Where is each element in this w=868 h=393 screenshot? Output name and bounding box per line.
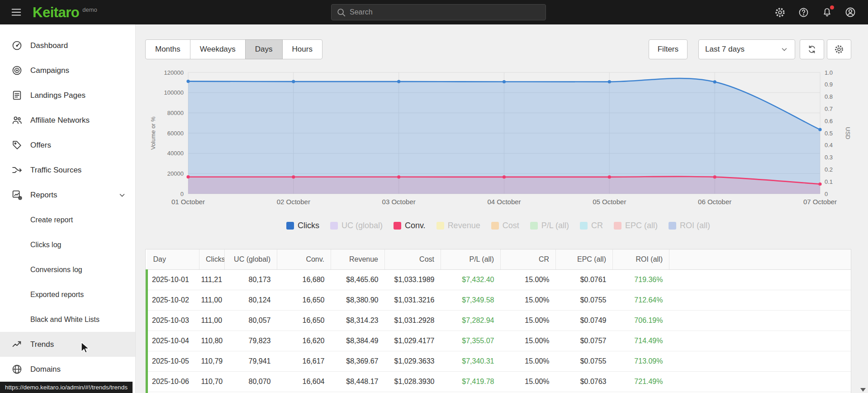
column-header-conv[interactable]: Conv. bbox=[277, 249, 331, 269]
legend-item-cr[interactable]: CR bbox=[580, 221, 603, 230]
topbar: Keitaro demo bbox=[0, 0, 868, 24]
svg-text:07 October: 07 October bbox=[803, 198, 837, 206]
help-icon[interactable] bbox=[797, 6, 809, 18]
column-header-clicks[interactable]: Clicks bbox=[199, 249, 225, 269]
svg-text:02 October: 02 October bbox=[277, 198, 310, 206]
legend-label: CR bbox=[591, 221, 603, 230]
sidebar-item-label: Black and White Lists bbox=[30, 316, 100, 324]
legend-item-roi-all[interactable]: ROI (all) bbox=[669, 221, 710, 230]
sidebar-item-trends[interactable]: Trends bbox=[0, 332, 135, 357]
sidebar-item-reports[interactable]: Reports bbox=[0, 182, 135, 207]
svg-text:01 October: 01 October bbox=[171, 198, 205, 206]
logo[interactable]: Keitaro demo bbox=[33, 5, 97, 19]
legend-item-cost[interactable]: Cost bbox=[491, 221, 519, 230]
cell-day: 2025-10-03 bbox=[147, 310, 199, 331]
date-range-select[interactable]: Last 7 days bbox=[698, 39, 795, 59]
column-header-uc-global[interactable]: UC (global) bbox=[225, 249, 277, 269]
sidebar-item-label: Domains bbox=[30, 365, 61, 374]
tab-days[interactable]: Days bbox=[245, 39, 283, 59]
search-input[interactable] bbox=[331, 4, 546, 20]
notification-dot bbox=[830, 5, 834, 10]
menu-icon[interactable] bbox=[9, 5, 24, 19]
cell-roi-all: 706.19% bbox=[613, 310, 669, 331]
legend-label: Clicks bbox=[298, 221, 319, 230]
target-icon bbox=[11, 65, 23, 77]
legend-swatch bbox=[669, 222, 676, 230]
cell-cr: 15.00% bbox=[501, 371, 556, 392]
status-url-tooltip: https://demo.keitaro.io/admin/#!/trends/… bbox=[0, 382, 133, 393]
sidebar-item-label: Trends bbox=[30, 340, 54, 349]
refresh-button[interactable] bbox=[800, 39, 824, 59]
sidebar-item-black-and-white-lists[interactable]: Black and White Lists bbox=[0, 307, 135, 332]
sidebar-item-label: Exported reports bbox=[30, 291, 84, 299]
sidebar-item-affiliate-networks[interactable]: Affiliate Networks bbox=[0, 108, 135, 133]
column-header-p-l-all[interactable]: P/L (all) bbox=[441, 249, 501, 269]
cell-p-l-all: $7,355.07 bbox=[441, 331, 501, 351]
sidebar-item-clicks-log[interactable]: Clicks log bbox=[0, 232, 135, 257]
legend-item-revenue[interactable]: Revenue bbox=[436, 221, 480, 230]
trends-chart[interactable]: 02000040000600008000010000012000000.10.2… bbox=[145, 69, 851, 211]
column-header-cost[interactable]: Cost bbox=[385, 249, 441, 269]
cell-revenue: $8,465.60 bbox=[331, 269, 385, 290]
table-row[interactable]: 2025-10-04110,8079,82316,620$8,384.49$1,… bbox=[147, 331, 851, 351]
sidebar-item-landings-pages[interactable]: Landings Pages bbox=[0, 83, 135, 108]
column-header-epc-all[interactable]: EPC (all) bbox=[556, 249, 613, 269]
table-row[interactable]: 2025-10-05110,7979,94116,617$8,369.67$1,… bbox=[147, 351, 851, 371]
table-row[interactable]: 2025-10-06110,7080,07016,604$8,448.17$1,… bbox=[147, 371, 851, 392]
legend-item-clicks[interactable]: Clicks bbox=[286, 221, 319, 230]
cell-cost: $1,029.3633 bbox=[385, 351, 441, 371]
tag-icon bbox=[11, 139, 23, 151]
cell-epc-all: $0.0761 bbox=[556, 269, 613, 290]
svg-text:03 October: 03 October bbox=[382, 198, 416, 206]
legend-item-p-l-all[interactable]: P/L (all) bbox=[530, 221, 569, 230]
bell-icon[interactable] bbox=[821, 6, 833, 18]
tab-weekdays[interactable]: Weekdays bbox=[190, 39, 246, 59]
svg-text:20000: 20000 bbox=[167, 170, 184, 177]
sidebar-item-conversions-log[interactable]: Conversions log bbox=[0, 257, 135, 282]
cell-p-l-all: $7,349.58 bbox=[441, 290, 501, 310]
cell-day: 2025-10-04 bbox=[147, 331, 199, 351]
legend-label: ROI (all) bbox=[680, 221, 710, 230]
cell-roi-all: 714.49% bbox=[613, 331, 669, 351]
column-header-day[interactable]: Day bbox=[147, 249, 199, 269]
legend-item-conv[interactable]: Conv. bbox=[394, 221, 426, 230]
column-header-roi-all[interactable]: ROI (all) bbox=[613, 249, 669, 269]
tab-months[interactable]: Months bbox=[145, 39, 190, 59]
sidebar-item-label: Dashboard bbox=[30, 41, 68, 50]
sidebar-item-campaigns[interactable]: Campaigns bbox=[0, 58, 135, 83]
cell-p-l-all: $7,340.31 bbox=[441, 351, 501, 371]
cell-day: 2025-10-01 bbox=[147, 269, 199, 290]
chart-settings-gear-icon[interactable] bbox=[827, 39, 851, 59]
legend-item-uc-global[interactable]: UC (global) bbox=[330, 221, 383, 230]
sidebar-item-create-report[interactable]: Create report bbox=[0, 207, 135, 232]
sidebar-item-traffic-sources[interactable]: Traffic Sources bbox=[0, 158, 135, 182]
legend-item-epc-all[interactable]: EPC (all) bbox=[614, 221, 658, 230]
scroll-down-indicator[interactable] bbox=[860, 388, 866, 392]
trends-table-card: DayClicksUC (global)Conv.RevenueCostP/L … bbox=[145, 249, 851, 393]
cell-p-l-all: $7,282.94 bbox=[441, 310, 501, 331]
cell-p-l-all: $7,432.40 bbox=[441, 269, 501, 290]
cell-clicks: 111,00 bbox=[199, 310, 225, 331]
sidebar-item-label: Offers bbox=[30, 141, 51, 150]
table-body: 2025-10-01111,2180,17316,680$8,465.60$1,… bbox=[147, 269, 851, 393]
sidebar-item-exported-reports[interactable]: Exported reports bbox=[0, 282, 135, 307]
filters-button[interactable]: Filters bbox=[649, 39, 688, 59]
svg-text:120000: 120000 bbox=[164, 69, 184, 76]
sidebar-item-offers[interactable]: Offers bbox=[0, 133, 135, 158]
sidebar-item-label: Traffic Sources bbox=[30, 166, 81, 175]
tab-hours[interactable]: Hours bbox=[282, 39, 323, 59]
sidebar-item-domains[interactable]: Domains bbox=[0, 357, 135, 382]
column-header-revenue[interactable]: Revenue bbox=[331, 249, 385, 269]
table-row[interactable]: 2025-10-01111,2180,17316,680$8,465.60$1,… bbox=[147, 269, 851, 290]
table-row[interactable]: 2025-10-02111,0080,12416,650$8,380.90$1,… bbox=[147, 290, 851, 310]
sidebar-item-dashboard[interactable]: Dashboard bbox=[0, 33, 135, 58]
gear-icon[interactable] bbox=[774, 6, 786, 18]
legend-swatch bbox=[436, 222, 444, 230]
legend-label: Conv. bbox=[405, 221, 426, 230]
user-avatar-icon[interactable] bbox=[844, 6, 856, 18]
cell-filler bbox=[669, 351, 851, 371]
svg-text:0.8: 0.8 bbox=[825, 93, 833, 100]
column-header-cr[interactable]: CR bbox=[501, 249, 556, 269]
cell-cost: $1,031.3216 bbox=[385, 290, 441, 310]
table-row[interactable]: 2025-10-03111,0080,05716,650$8,314.23$1,… bbox=[147, 310, 851, 331]
